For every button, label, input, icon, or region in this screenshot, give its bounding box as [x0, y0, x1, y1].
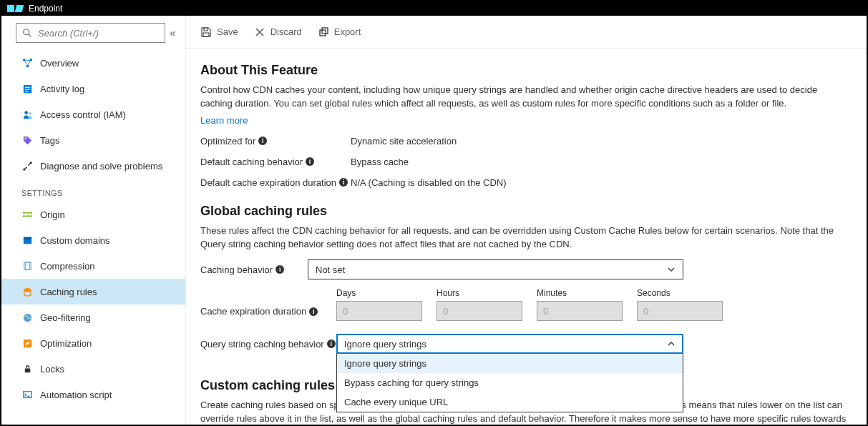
svg-rect-12: [22, 212, 25, 213]
sidebar-item-caching-rules[interactable]: Caching rules: [1, 279, 185, 304]
sidebar-item-label: Locks: [40, 364, 64, 375]
sidebar-item-label: Automation script: [40, 390, 112, 400]
sidebar-item-diagnose[interactable]: Diagnose and solve problems: [1, 153, 185, 179]
save-button[interactable]: Save: [200, 26, 238, 38]
overview-icon: [21, 57, 33, 69]
info-icon[interactable]: i: [275, 265, 284, 274]
chevron-down-icon: [667, 265, 676, 274]
sidebar: « Overview Activity log Access control (…: [1, 16, 186, 425]
svg-rect-17: [29, 215, 32, 217]
sidebar-item-label: Overview: [40, 58, 79, 69]
sidebar-section-settings: SETTINGS: [1, 179, 185, 202]
titlebar: Endpoint: [1, 1, 867, 16]
chevron-up-icon: [667, 340, 676, 348]
search-input[interactable]: [16, 23, 165, 43]
window-title: Endpoint: [29, 4, 62, 14]
sidebar-item-custom-domains[interactable]: Custom domains: [1, 227, 185, 253]
kv-default-caching: Default caching behavior i Bypass cache: [200, 157, 852, 167]
svg-rect-20: [24, 262, 29, 269]
sidebar-item-automation-script[interactable]: Automation script: [1, 382, 185, 407]
search-field[interactable]: [38, 28, 159, 39]
info-icon[interactable]: i: [306, 157, 314, 166]
query-string-caching-select[interactable]: Ignore query strings Ignore query string…: [336, 334, 683, 354]
custom-domains-icon: [21, 234, 33, 246]
cache-expiration-duration: Days Hours Minutes Seconds: [336, 288, 723, 321]
svg-point-9: [24, 111, 28, 114]
sidebar-item-access-control[interactable]: Access control (IAM): [1, 101, 185, 127]
sidebar-item-origin[interactable]: Origin: [1, 202, 185, 227]
svg-rect-27: [203, 33, 209, 36]
duration-seconds-input[interactable]: [637, 301, 723, 321]
svg-line-1: [29, 34, 31, 37]
info-icon[interactable]: i: [258, 137, 267, 145]
info-icon[interactable]: i: [339, 178, 348, 187]
main-content: Save Discard Export About This Feature C…: [186, 16, 867, 425]
sidebar-item-label: Optimization: [40, 338, 92, 349]
sidebar-item-label: Access control (IAM): [40, 109, 126, 120]
discard-icon: [254, 26, 265, 38]
svg-point-11: [24, 137, 26, 139]
info-icon[interactable]: i: [327, 340, 336, 348]
azure-logo-icon: [7, 5, 23, 12]
sidebar-item-label: Activity log: [40, 84, 84, 94]
diagnose-icon: [21, 160, 33, 172]
info-icon[interactable]: i: [309, 307, 318, 316]
svg-rect-24: [24, 368, 30, 372]
geo-filtering-icon: [21, 312, 33, 323]
duration-hours-input[interactable]: [437, 301, 522, 321]
svg-rect-6: [24, 86, 30, 87]
access-control-icon: [21, 109, 33, 120]
kv-default-expiration: Default cache expiration duration i N/A …: [200, 177, 852, 188]
dropdown-option-cache-unique[interactable]: Cache every unique URL: [337, 392, 683, 412]
svg-rect-30: [320, 30, 326, 36]
sidebar-item-overview[interactable]: Overview: [1, 50, 185, 76]
sidebar-item-label: Tags: [40, 135, 59, 146]
lock-icon: [21, 363, 33, 375]
svg-rect-16: [26, 215, 29, 217]
sidebar-item-geo-filtering[interactable]: Geo-filtering: [1, 304, 185, 330]
svg-point-10: [29, 112, 31, 114]
svg-rect-13: [26, 212, 29, 213]
sidebar-item-tags[interactable]: Tags: [1, 127, 185, 153]
sidebar-item-label: Compression: [40, 261, 95, 272]
svg-rect-21: [25, 262, 31, 269]
sidebar-item-label: Geo-filtering: [40, 312, 91, 323]
export-icon: [318, 26, 329, 38]
dropdown-option-bypass[interactable]: Bypass caching for query strings: [337, 373, 683, 392]
export-button[interactable]: Export: [318, 26, 361, 38]
svg-rect-8: [24, 91, 28, 91]
activity-log-icon: [21, 83, 33, 94]
svg-rect-15: [22, 215, 25, 217]
sidebar-item-compression[interactable]: Compression: [1, 253, 185, 279]
svg-point-3: [29, 58, 32, 61]
sidebar-item-activity-log[interactable]: Activity log: [1, 76, 185, 101]
learn-more-link[interactable]: Learn more: [200, 115, 248, 126]
about-heading: About This Feature: [200, 63, 852, 78]
sidebar-main-nav: Overview Activity log Access control (IA…: [1, 50, 185, 179]
origin-icon: [21, 209, 33, 220]
sidebar-item-optimization[interactable]: Optimization: [1, 330, 185, 356]
svg-point-2: [22, 58, 25, 61]
sidebar-item-label: Origin: [40, 209, 65, 220]
kv-optimized-for: Optimized for i Dynamic site acceleratio…: [200, 136, 852, 147]
sidebar-item-locks[interactable]: Locks: [1, 356, 185, 382]
duration-days-input[interactable]: [336, 301, 422, 321]
global-heading: Global caching rules: [200, 204, 852, 219]
tags-icon: [21, 134, 33, 146]
svg-rect-31: [322, 28, 328, 34]
automation-script-icon: [21, 389, 33, 400]
about-body: Control how CDN caches your content, inc…: [200, 84, 844, 111]
search-icon: [22, 28, 32, 38]
caching-rules-icon: [21, 286, 33, 297]
global-body: These rules affect the CDN caching behav…: [200, 224, 844, 252]
collapse-sidebar-icon[interactable]: «: [170, 27, 175, 39]
svg-point-0: [24, 29, 29, 35]
discard-button[interactable]: Discard: [254, 26, 302, 38]
query-string-dropdown: Ignore query strings Bypass caching for …: [336, 354, 683, 412]
duration-minutes-input[interactable]: [537, 301, 623, 321]
caching-behavior-select[interactable]: Not set: [308, 259, 683, 279]
dropdown-option-ignore[interactable]: Ignore query strings: [337, 354, 683, 373]
svg-rect-7: [24, 89, 30, 89]
optimization-icon: [21, 337, 33, 349]
svg-rect-26: [204, 28, 208, 31]
